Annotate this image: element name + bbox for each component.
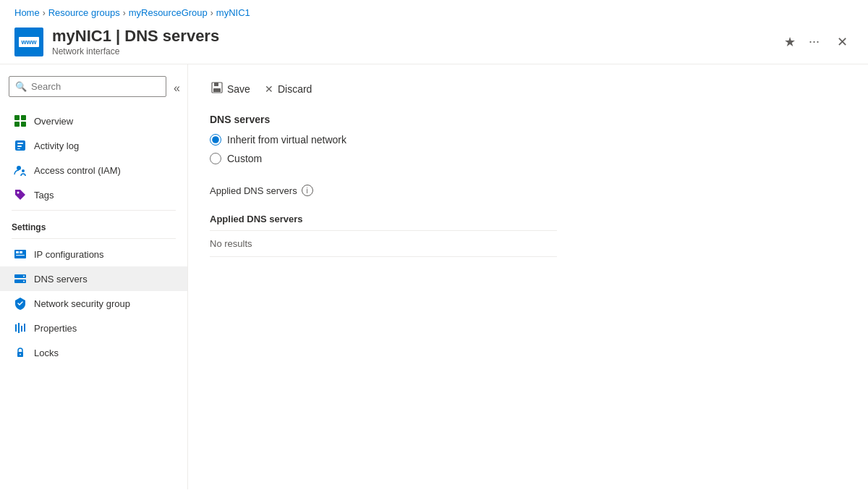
sidebar-item-properties[interactable]: Properties (0, 316, 187, 340)
favorite-button[interactable]: ★ (781, 31, 799, 53)
dns-servers-radio-group: Inherit from virtual network Custom (210, 134, 846, 164)
sidebar-item-access-control[interactable]: Access control (IAM) (0, 158, 187, 182)
radio-inherit[interactable] (210, 134, 221, 146)
svg-point-8 (17, 166, 21, 170)
sidebar-item-locks-label: Locks (34, 348, 59, 358)
svg-rect-21 (18, 323, 20, 333)
sidebar-item-access-control-label: Access control (IAM) (34, 165, 121, 176)
discard-label: Discard (278, 83, 312, 95)
sidebar-item-properties-label: Properties (34, 323, 77, 334)
sidebar-item-activity-log[interactable]: Activity log (0, 133, 187, 158)
svg-rect-23 (24, 324, 25, 332)
sidebar-item-dns-servers[interactable]: DNS servers (0, 266, 187, 291)
svg-rect-0 (14, 115, 20, 120)
svg-rect-7 (17, 148, 20, 149)
properties-icon (14, 321, 27, 334)
svg-rect-20 (15, 324, 17, 332)
svg-rect-22 (21, 326, 22, 332)
main-layout: 🔍 « Overview (0, 64, 868, 489)
settings-divider (12, 238, 176, 239)
svg-rect-6 (17, 146, 22, 147)
ip-config-icon (14, 248, 27, 261)
search-box-container: 🔍 (9, 76, 166, 97)
svg-rect-28 (213, 88, 221, 92)
svg-point-18 (23, 281, 25, 282)
save-label: Save (227, 83, 250, 95)
collapse-button[interactable]: « (172, 80, 182, 96)
sidebar-divider (12, 210, 176, 211)
sidebar-item-locks[interactable]: Locks (0, 340, 187, 365)
svg-rect-1 (21, 115, 26, 120)
applied-dns-table: Applied DNS servers No results (210, 208, 557, 257)
search-row: 🔍 « (0, 70, 187, 106)
applied-dns-label: Applied DNS servers (210, 185, 297, 196)
radio-custom-text: Custom (227, 153, 262, 164)
sidebar-item-nsg-label: Network security group (34, 298, 130, 309)
breadcrumb-resource-group[interactable]: myResourceGroup (129, 7, 208, 18)
radio-custom[interactable] (210, 153, 221, 164)
radio-inherit-label[interactable]: Inherit from virtual network (210, 134, 846, 146)
applied-dns-section: Applied DNS servers i Applied DNS server… (210, 185, 846, 257)
sidebar-item-ip-configurations-label: IP configurations (34, 249, 104, 260)
sidebar-item-overview[interactable]: Overview (0, 109, 187, 133)
discard-icon: ✕ (265, 83, 273, 95)
more-button[interactable]: ··· (806, 31, 822, 52)
page-subtitle: Network interface (52, 46, 773, 56)
save-icon (211, 82, 223, 96)
sidebar-item-ip-configurations[interactable]: IP configurations (0, 242, 187, 266)
svg-point-25 (20, 354, 21, 355)
access-control-icon (14, 164, 27, 177)
sidebar-item-tags-label: Tags (34, 190, 54, 201)
svg-rect-2 (14, 122, 20, 127)
svg-rect-27 (214, 83, 218, 86)
svg-rect-11 (14, 250, 26, 258)
breadcrumb: Home › Resource groups › myResourceGroup… (0, 0, 868, 22)
svg-rect-5 (17, 143, 23, 144)
sidebar-item-tags[interactable]: Tags (0, 182, 187, 207)
svg-rect-13 (20, 251, 22, 253)
overview-icon (14, 114, 27, 127)
page-header: www myNIC1 | DNS servers Network interfa… (0, 22, 868, 64)
breadcrumb-resource-groups[interactable]: Resource groups (48, 7, 120, 18)
radio-custom-label[interactable]: Custom (210, 153, 846, 164)
page-title-group: myNIC1 | DNS servers Network interface (52, 27, 773, 56)
svg-rect-12 (16, 251, 19, 253)
search-input[interactable] (31, 81, 160, 92)
nsg-icon (14, 297, 27, 310)
page-icon-text: www (19, 37, 38, 47)
info-icon[interactable]: i (302, 185, 313, 196)
toolbar: Save ✕ Discard (210, 79, 846, 99)
svg-rect-14 (16, 255, 25, 256)
svg-point-9 (22, 169, 25, 172)
dns-servers-section-title: DNS servers (210, 114, 846, 125)
settings-section-label: Settings (0, 214, 187, 235)
sidebar-item-dns-servers-label: DNS servers (34, 274, 88, 285)
applied-dns-table-header: Applied DNS servers (210, 208, 557, 231)
breadcrumb-home[interactable]: Home (14, 7, 40, 18)
radio-inherit-text: Inherit from virtual network (227, 134, 346, 146)
svg-rect-3 (21, 122, 26, 127)
no-results-row: No results (210, 231, 557, 257)
sidebar-item-overview-label: Overview (34, 116, 73, 127)
activity-log-icon (14, 139, 27, 152)
page-title: myNIC1 | DNS servers (52, 27, 773, 46)
page-icon: www (14, 28, 43, 56)
sidebar: 🔍 « Overview (0, 64, 188, 489)
save-button[interactable]: Save (210, 79, 252, 99)
discard-button[interactable]: ✕ Discard (263, 80, 313, 98)
applied-dns-header: Applied DNS servers i (210, 185, 846, 196)
sidebar-item-network-security-group[interactable]: Network security group (0, 291, 187, 316)
svg-point-10 (17, 192, 20, 194)
breadcrumb-nic[interactable]: myNIC1 (216, 7, 250, 18)
close-button[interactable]: ✕ (831, 31, 854, 53)
info-icon-text: i (307, 187, 308, 195)
search-icon: 🔍 (15, 81, 27, 92)
header-actions: ★ ··· (781, 31, 822, 53)
dns-servers-icon (14, 272, 27, 285)
content-area: Save ✕ Discard DNS servers Inherit from … (188, 64, 868, 489)
sidebar-item-activity-log-label: Activity log (34, 140, 79, 151)
tags-icon (14, 188, 27, 201)
svg-point-17 (23, 276, 25, 277)
locks-icon (14, 346, 27, 359)
